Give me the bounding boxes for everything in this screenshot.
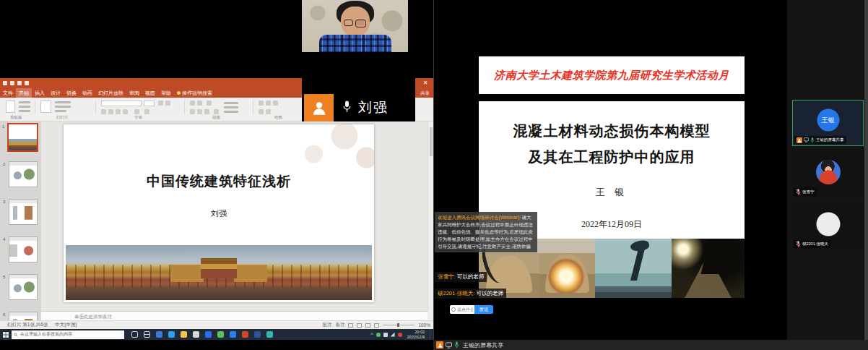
font-size-box[interactable] <box>144 101 155 106</box>
comments-toggle[interactable]: 批注 <box>322 322 331 328</box>
vertical-scrollbar[interactable] <box>428 121 433 311</box>
save-icon[interactable] <box>3 81 7 85</box>
tray-app-icon[interactable] <box>398 333 402 337</box>
language-status[interactable]: 中文(中国) <box>55 322 77 328</box>
cut-button[interactable] <box>19 101 30 103</box>
copy-button[interactable] <box>19 106 30 108</box>
strikethrough-button[interactable] <box>123 109 128 114</box>
send-button[interactable]: 发送 <box>474 305 493 314</box>
reading-view-icon[interactable] <box>365 323 370 328</box>
new-slide-button[interactable] <box>40 101 51 113</box>
bullets-button[interactable] <box>190 101 195 106</box>
cortana-icon[interactable] <box>131 331 138 338</box>
tab-home[interactable]: 开始 <box>16 88 32 98</box>
slide-sorter-icon[interactable] <box>357 323 362 328</box>
start-button[interactable] <box>0 329 12 340</box>
slide-thumbnail[interactable]: 6 <box>9 312 38 320</box>
file-explorer-icon[interactable] <box>181 331 187 338</box>
underline-button[interactable] <box>116 109 121 114</box>
zoom-slider[interactable] <box>383 325 415 325</box>
redo-icon[interactable] <box>17 81 22 85</box>
align-center-button[interactable] <box>197 109 202 114</box>
align-left-button[interactable] <box>190 109 195 114</box>
font-color-button[interactable] <box>144 109 149 114</box>
show-desktop-button[interactable] <box>430 329 432 340</box>
slideshow-view-icon[interactable] <box>374 323 379 328</box>
mail-icon[interactable] <box>205 331 212 338</box>
font-name-box[interactable] <box>101 101 142 106</box>
section-button[interactable] <box>55 110 66 112</box>
zoom-level[interactable]: 100% <box>418 323 430 328</box>
store-icon[interactable] <box>193 331 199 338</box>
participant-tile[interactable]: 张雪宁 <box>792 152 864 197</box>
forbidden-city-photo[interactable] <box>66 245 372 300</box>
sidebar-scrollbar[interactable] <box>864 0 868 340</box>
shapes-button[interactable] <box>259 101 264 106</box>
arrange-button[interactable] <box>266 101 271 106</box>
slide-author-text[interactable]: 刘强 <box>64 208 374 219</box>
italic-button[interactable] <box>108 109 113 114</box>
quick-access-toolbar[interactable] <box>3 81 29 85</box>
tab-review[interactable]: 审阅 <box>126 88 142 98</box>
reset-button[interactable] <box>55 106 71 108</box>
align-right-button[interactable] <box>204 109 209 114</box>
task-view-icon[interactable] <box>144 331 150 338</box>
slide-thumbnail[interactable]: 4 <box>9 236 38 262</box>
text-shadow-button[interactable] <box>134 109 139 114</box>
tell-me-search[interactable]: 操作说明搜索 <box>174 88 215 98</box>
slide-thumbnail[interactable]: 2 <box>9 161 38 187</box>
tab-file[interactable]: 文件 <box>0 88 16 98</box>
quick-styles-button[interactable] <box>273 101 278 106</box>
zoom-slider-thumb[interactable] <box>397 323 399 327</box>
network-icon[interactable] <box>391 333 395 337</box>
tab-view[interactable]: 视图 <box>142 88 158 98</box>
slide-canvas[interactable]: 中国传统建筑特征浅析 刘强 <box>64 124 374 302</box>
wechat-icon[interactable] <box>217 331 224 338</box>
text-direction-button[interactable] <box>224 102 238 104</box>
taskbar-search[interactable]: 在这里输入你要搜索的内容 <box>12 330 124 339</box>
slideshow-icon[interactable] <box>25 81 29 85</box>
tab-transitions[interactable]: 切换 <box>64 88 79 98</box>
columns-button[interactable] <box>214 109 219 114</box>
tab-help[interactable]: 帮助 <box>158 88 174 98</box>
decrease-font-button[interactable] <box>165 101 170 106</box>
notes-toggle[interactable]: 备注 <box>335 322 344 328</box>
qq-icon[interactable] <box>230 331 236 338</box>
layout-button[interactable] <box>55 101 71 103</box>
slide-thumbnail[interactable]: 3 <box>9 199 38 225</box>
smartart-button[interactable] <box>224 111 238 113</box>
participant-tile[interactable]: 硕2201-张晓天 <box>792 204 864 249</box>
powerpoint-icon[interactable] <box>242 331 248 338</box>
tray-expand-icon[interactable]: ^ <box>370 333 373 337</box>
tab-slideshow[interactable]: 幻灯片放映 <box>95 88 126 98</box>
taskbar-clock[interactable]: 20:02 2022/12/9 <box>405 330 427 339</box>
word-icon[interactable] <box>254 331 261 338</box>
shape-fill-button[interactable] <box>259 109 264 114</box>
indent-button[interactable] <box>207 101 212 106</box>
align-text-button[interactable] <box>224 106 238 108</box>
numbering-button[interactable] <box>197 101 202 106</box>
slide-thumbnail[interactable]: 1 <box>7 123 38 152</box>
paste-button[interactable] <box>6 101 15 113</box>
tray-status-icon[interactable] <box>376 333 381 337</box>
notes-pane[interactable]: 单击此处添加备注 <box>41 311 428 320</box>
tab-design[interactable]: 设计 <box>48 88 64 98</box>
webcam-video[interactable] <box>302 0 408 52</box>
undo-icon[interactable] <box>10 81 14 85</box>
meeting-app-icon[interactable] <box>266 331 273 338</box>
tab-insert[interactable]: 插入 <box>32 88 48 98</box>
normal-view-icon[interactable] <box>348 323 353 328</box>
shape-outline-button[interactable] <box>266 109 271 114</box>
participant-tile-sharing[interactable]: 王银 王银的屏幕共享 <box>792 100 864 146</box>
bold-button[interactable] <box>101 109 106 114</box>
app-icon[interactable] <box>156 331 162 338</box>
edge-icon[interactable] <box>168 331 175 338</box>
slide-thumbnail-panel[interactable]: 1 2 3 4 5 6 <box>0 121 41 320</box>
close-icon[interactable]: ✕ <box>417 78 433 88</box>
share-button[interactable]: 共享 <box>418 88 432 98</box>
increase-font-button[interactable] <box>158 101 163 106</box>
battery-icon[interactable] <box>383 333 388 337</box>
slide-thumbnail[interactable]: 5 <box>9 274 38 300</box>
format-painter-button[interactable] <box>19 110 30 112</box>
tab-animations[interactable]: 动画 <box>79 88 95 98</box>
